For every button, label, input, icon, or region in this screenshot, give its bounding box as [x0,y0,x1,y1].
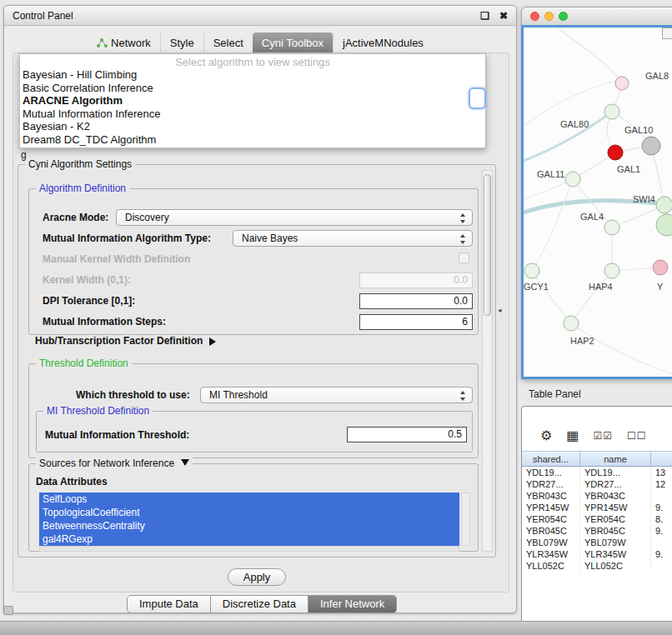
status-bar [0,621,672,635]
table-row[interactable]: YBR045C YBR045C 9. [522,525,672,537]
dropdown-item[interactable]: Dream8 DC_TDC Algorithm [20,133,485,147]
node-label: Y [657,282,664,292]
tab-network[interactable]: Network [88,32,160,52]
collapse-arrow-icon [181,459,189,466]
tab-label: Cyni Toolbox [262,37,323,49]
close-button[interactable] [530,12,539,21]
dropdown-item-selected[interactable]: ARACNE Algorithm [20,94,485,108]
tab-impute-data[interactable]: Impute Data [127,595,211,613]
network-graph[interactable]: GAL8GAL80GAL10GAL11GAL1SWI4GAL4GCY1HAP4Y… [524,28,672,379]
attribute-item-selected[interactable]: gal4RGexp [39,532,459,546]
network-edge [549,28,622,83]
mi-threshold-label: Mutual Information Threshold: [45,429,189,441]
table-row[interactable]: YBR043C YBR043C [522,490,672,502]
network-edge [532,271,571,323]
table-row[interactable]: YDL19... YDL19... 13 [522,467,672,478]
cell-name: YBR045C [580,525,651,537]
cyni-bottom-tabs: Impute Data Discretize Data Infer Networ… [127,595,397,613]
hub-section-label: Hub/Transcription Factor Definition [35,335,203,347]
column-header-shared-name[interactable]: shared... [522,451,580,467]
network-node[interactable] [642,137,660,155]
minimize-button[interactable] [544,12,554,21]
cell-name: YDR27... [580,478,651,490]
tab-style[interactable]: Style [160,32,203,52]
tab-infer-network[interactable]: Infer Network [308,595,397,613]
table-row[interactable]: YLR345W YLR345W 9. [522,548,672,560]
network-node[interactable] [565,172,580,187]
which-threshold-combo[interactable]: MI Threshold [200,387,473,403]
table-row[interactable]: YLL052C YLL052C [522,560,672,572]
table-row[interactable]: YER054C YER054C 8. [522,513,672,525]
dpi-tolerance-label: DPI Tolerance [0,1]: [43,295,135,307]
mi-steps-field[interactable]: 6 [359,314,473,330]
table-body: YDL19... YDL19... 13 YDR27... YDR27... 1… [522,467,672,634]
select-all-icon[interactable]: ☑☑ [593,429,613,442]
attributes-vertical-scrollbar[interactable] [461,492,470,546]
settings-scrollbar-thumb[interactable] [484,174,491,316]
table-row[interactable]: YBL079W YBL079W [522,537,672,548]
network-node[interactable] [656,214,672,236]
dropdown-item[interactable]: Mutual Information Inference [20,108,485,121]
hub-transcription-factor-section[interactable]: Hub/Transcription Factor Definition [35,335,216,347]
zoom-button[interactable] [559,12,568,21]
dropdown-placeholder: Select algorithm to view settings [20,56,485,68]
attributes-horizontal-scrollbar[interactable] [39,546,459,552]
obscured-control-fragment [469,88,486,109]
tab-cyni-toolbox[interactable]: Cyni Toolbox [253,32,333,52]
deselect-all-icon[interactable]: ☐☐ [627,429,647,442]
network-edge [524,179,573,201]
attribute-item-selected[interactable]: SelfLoops [39,492,459,506]
columns-icon[interactable]: ▦ [566,429,579,442]
cell-name: YDL19... [580,467,651,478]
table-row[interactable]: YDR27... YDR27... 12 [522,478,672,490]
network-node[interactable] [656,197,672,213]
mi-threshold-definition-group: MI Threshold Definition Mutual Informati… [36,411,473,452]
dpi-tolerance-field[interactable]: 0.0 [359,293,473,309]
control-panel-tabs: Network Style Select Cyni Toolbox jActiv… [4,31,516,52]
panel-grip-icon[interactable] [3,606,13,615]
attribute-item-selected[interactable]: BetweennessCentrality [39,519,459,532]
table-row[interactable]: YPR145W YPR145W 9. [522,502,672,513]
mi-type-combo[interactable]: Naive Bayes [233,230,473,247]
float-panel-icon[interactable]: ❏ [480,11,489,21]
settings-scrollbar[interactable] [482,170,493,552]
mi-threshold-field[interactable]: 0.5 [347,427,467,442]
dropdown-item[interactable]: Bayesian - Hill Climbing [20,68,485,82]
sources-group-title[interactable]: Sources for Network Inference [36,458,193,469]
column-header-name[interactable]: name [580,451,651,467]
network-edge [571,323,672,376]
apply-button[interactable]: Apply [228,568,286,586]
manual-kernel-checkbox[interactable] [459,252,469,263]
network-node[interactable] [604,104,619,119]
network-node[interactable] [653,260,668,275]
network-node[interactable] [524,263,539,278]
cell-shared-name: YDR27... [522,478,580,490]
cell-value: 12 [651,478,672,490]
dropdown-item[interactable]: Basic Correlation Inference [20,82,485,95]
kernel-width-field[interactable]: 0.0 [359,272,473,288]
tab-discretize-data[interactable]: Discretize Data [211,595,308,613]
network-node[interactable] [604,263,619,278]
gear-icon[interactable]: ⚙ [540,429,552,442]
splitter-collapse-arrow[interactable]: ◂ [498,306,502,314]
tab-jactivemnodules[interactable]: jActiveMNodules [333,32,433,52]
network-node[interactable] [564,316,579,331]
tab-select[interactable]: Select [203,32,253,52]
column-header-cut[interactable] [651,451,672,467]
group-title: MI Threshold Definition [43,405,153,417]
network-tab-icon [97,38,108,48]
kernel-width-label: Kernel Width (0,1): [43,274,131,286]
close-panel-icon[interactable]: ✖ [499,11,508,21]
dropdown-item[interactable]: Bayesian - K2 [20,120,485,133]
attribute-item-selected[interactable]: TopologicalCoefficient [39,506,459,519]
node-label: GAL8 [645,71,669,81]
cell-value: 9. [651,548,672,560]
cell-shared-name: YLR345W [522,548,580,560]
data-attributes-label: Data Attributes [36,476,108,488]
cell-value [651,560,672,572]
network-node[interactable] [604,220,619,235]
aracne-mode-combo[interactable]: Discovery [116,209,473,226]
network-node[interactable] [608,145,623,160]
network-node[interactable] [615,77,629,90]
cell-name: YPR145W [580,502,651,513]
